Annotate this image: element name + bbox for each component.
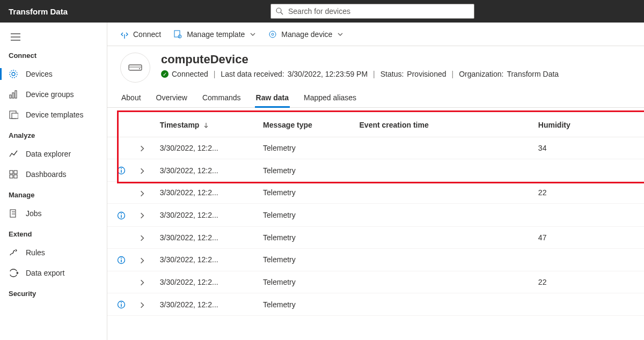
nav-section-header: Connect	[0, 45, 107, 64]
device-templates-icon	[9, 110, 18, 120]
manage-template-label: Manage template	[187, 30, 245, 39]
cell-event-creation-time	[355, 204, 534, 226]
cell-humidity	[534, 293, 644, 315]
nav-toggle[interactable]	[0, 27, 107, 45]
chevron-right-icon[interactable]	[139, 257, 145, 264]
chevron-right-icon[interactable]	[139, 235, 145, 241]
cell-timestamp: 3/30/2022, 12:2...	[156, 248, 259, 271]
tab-mapped[interactable]: Mapped aliases	[303, 90, 357, 107]
status-text: Connected	[172, 70, 208, 78]
svg-rect-13	[14, 171, 17, 174]
app-title: Transform Data	[9, 7, 68, 16]
cell-message-type: Telemetry	[259, 226, 355, 248]
svg-rect-14	[10, 175, 13, 178]
sidebar-item-data-export[interactable]: Data export	[0, 263, 107, 283]
svg-rect-8	[12, 93, 14, 98]
sidebar-item-jobs[interactable]: Jobs	[0, 203, 107, 224]
sidebar-item-label: Device templates	[26, 110, 83, 119]
table-row[interactable]: 3/30/2022, 12:2...Telemetry22	[107, 271, 644, 293]
svg-rect-23	[129, 65, 142, 70]
cell-humidity	[534, 204, 644, 226]
nav-section-header: Analyze	[0, 125, 107, 144]
sidebar: ConnectDevicesDevice groupsDevice templa…	[0, 23, 107, 340]
svg-rect-12	[10, 171, 13, 174]
col-message-type[interactable]: Message type	[259, 113, 355, 137]
sidebar-item-dashboards[interactable]: Dashboards	[0, 164, 107, 184]
table-row[interactable]: 3/30/2022, 12:2...Telemetry	[107, 204, 644, 226]
chevron-right-icon[interactable]	[139, 168, 145, 174]
tab-raw[interactable]: Raw data	[255, 90, 290, 107]
chevron-right-icon[interactable]	[139, 212, 145, 219]
cell-timestamp: 3/30/2022, 12:2...	[156, 293, 259, 315]
svg-point-29	[121, 168, 122, 169]
table-row[interactable]: 3/30/2022, 12:2...Telemetry22	[107, 182, 644, 204]
dashboards-icon	[9, 169, 18, 179]
info-icon	[117, 300, 126, 309]
cell-humidity: 22	[534, 271, 644, 293]
sidebar-item-label: Device groups	[26, 90, 74, 99]
manage-device-label: Manage device	[281, 30, 332, 39]
search-input[interactable]	[288, 7, 470, 16]
cell-humidity	[534, 159, 644, 182]
sort-down-icon	[203, 123, 209, 128]
table-row[interactable]: 3/30/2022, 12:2...Telemetry	[107, 293, 644, 315]
table-row[interactable]: 3/30/2022, 12:2...Telemetry	[107, 159, 644, 182]
action-bar: Connect Manage template Manage device	[107, 23, 644, 46]
main-content: Connect Manage template Manage device co…	[107, 23, 644, 340]
table-row[interactable]: 3/30/2022, 12:2...Telemetry34	[107, 137, 644, 159]
sidebar-item-device-templates[interactable]: Device templates	[0, 105, 107, 125]
search-icon	[275, 7, 284, 16]
devices-icon	[9, 69, 18, 79]
svg-rect-9	[15, 91, 17, 98]
cell-event-creation-time	[355, 182, 534, 204]
device-avatar	[120, 53, 150, 83]
nav-section-header: Manage	[0, 184, 107, 203]
sidebar-item-label: Jobs	[26, 209, 42, 218]
svg-point-35	[121, 257, 122, 258]
chevron-down-icon	[338, 32, 343, 37]
device-status-line: ✓ Connected | Last data received: 3/30/2…	[161, 70, 559, 78]
svg-line-1	[281, 12, 283, 14]
table-row[interactable]: 3/30/2022, 12:2...Telemetry	[107, 248, 644, 271]
cell-message-type: Telemetry	[259, 159, 355, 182]
col-timestamp[interactable]: Timestamp	[156, 113, 259, 137]
device-manage-icon	[268, 30, 277, 39]
col-event-creation-time[interactable]: Event creation time	[355, 113, 534, 137]
manage-template-action[interactable]: Manage template	[174, 30, 255, 39]
cell-timestamp: 3/30/2022, 12:2...	[156, 226, 259, 248]
cell-humidity	[534, 248, 644, 271]
chevron-right-icon[interactable]	[139, 279, 145, 286]
nav-section-header: Extend	[0, 224, 107, 242]
tab-commands[interactable]: Commands	[201, 90, 242, 107]
table-header-row: Timestamp Message type Event creation ti…	[107, 113, 644, 137]
cell-timestamp: 3/30/2022, 12:2...	[156, 182, 259, 204]
sidebar-item-rules[interactable]: Rules	[0, 242, 107, 263]
cell-event-creation-time	[355, 159, 534, 182]
col-humidity[interactable]: Humidity	[534, 113, 644, 137]
manage-device-action[interactable]: Manage device	[268, 30, 343, 39]
sidebar-item-label: Data export	[26, 269, 64, 277]
sidebar-item-data-explorer[interactable]: Data explorer	[0, 144, 107, 164]
chevron-right-icon[interactable]	[139, 145, 145, 152]
cell-event-creation-time	[355, 293, 534, 315]
cell-humidity: 22	[534, 182, 644, 204]
tab-overview[interactable]: Overview	[155, 90, 188, 107]
tab-about[interactable]: About	[120, 90, 142, 107]
status-label: Status:	[380, 70, 404, 78]
connect-label: Connect	[133, 30, 161, 39]
connect-icon	[120, 30, 129, 39]
cell-message-type: Telemetry	[259, 271, 355, 293]
table-row[interactable]: 3/30/2022, 12:2...Telemetry47	[107, 226, 644, 248]
svg-rect-16	[10, 210, 16, 217]
search-box[interactable]	[270, 4, 474, 19]
sidebar-item-devices[interactable]: Devices	[0, 64, 107, 84]
svg-point-25	[139, 68, 140, 69]
topbar: Transform Data	[0, 0, 644, 23]
svg-rect-7	[10, 95, 11, 98]
svg-point-22	[272, 33, 274, 35]
chevron-right-icon[interactable]	[139, 190, 145, 197]
last-data-label: Last data received:	[221, 70, 284, 78]
connect-action[interactable]: Connect	[120, 30, 161, 39]
sidebar-item-device-groups[interactable]: Device groups	[0, 84, 107, 105]
chevron-right-icon[interactable]	[139, 302, 145, 308]
